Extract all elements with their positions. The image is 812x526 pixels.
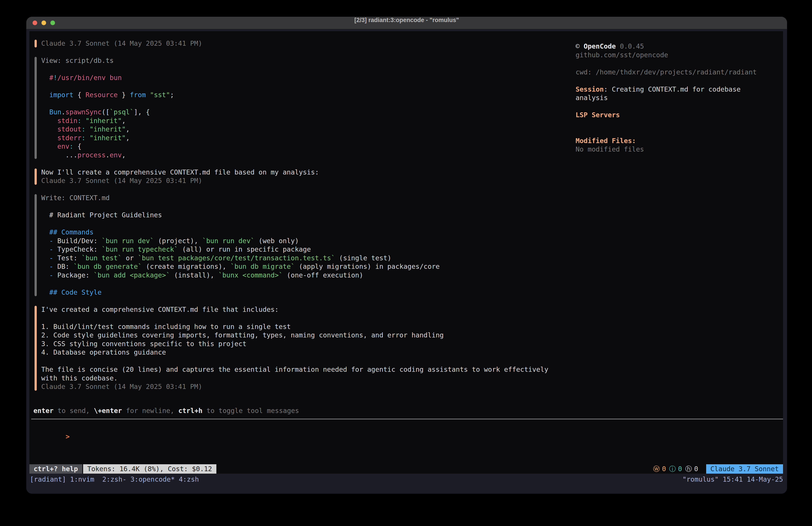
app-repo-url: github.com/sst/opencode bbox=[576, 51, 784, 59]
chat-line bbox=[41, 99, 174, 108]
help-shortcut-badge[interactable]: ctrl+? help bbox=[29, 464, 82, 474]
status-bar-left: ctrl+? help Tokens: 16.4K (8%), Cost: $0… bbox=[29, 464, 216, 474]
app-version: © OpenCode 0.0.45 bbox=[576, 42, 784, 51]
chat-line: 2. Code style guidelines covering import… bbox=[41, 331, 548, 340]
tool-title: View: script/db.ts bbox=[41, 56, 174, 65]
hint-count: ⓗ0 bbox=[685, 465, 698, 473]
code-line: stderr: "inherit", bbox=[41, 134, 174, 142]
tmux-status-bar: [radiant] 1:nvim 2:zsh- 3:opencode* 4:zs… bbox=[26, 474, 787, 494]
tool-block-write: Write: CONTEXT.md # Radiant Project Guid… bbox=[34, 194, 440, 297]
status-bar: ctrl+? help Tokens: 16.4K (8%), Cost: $0… bbox=[29, 464, 783, 474]
tmux-window-list[interactable]: [radiant] 1:nvim 2:zsh- 3:opencode* 4:zs… bbox=[30, 475, 199, 484]
warning-count: ⓦ0 bbox=[653, 465, 666, 473]
chat-line: 1. Build/lint/test commands including ho… bbox=[41, 323, 548, 331]
code-line: stdin: "inherit", bbox=[41, 117, 174, 125]
code-line: #!/usr/bin/env bun bbox=[41, 73, 174, 82]
input-divider bbox=[31, 418, 783, 420]
chat-line bbox=[41, 280, 440, 288]
chat-line: with this codebase. bbox=[41, 374, 548, 383]
markdown-line: ## Code Style bbox=[41, 288, 440, 297]
markdown-line: - Package: `bun add <package>` (install)… bbox=[41, 271, 440, 280]
cwd-path: cwd: /home/thdxr/dev/projects/radiant/ra… bbox=[576, 68, 784, 77]
code-line: env: { bbox=[41, 142, 174, 151]
chat-line: The file is concise (20 lines) and captu… bbox=[41, 365, 548, 374]
markdown-line: - TypeCheck: `bun run typecheck` (all) o… bbox=[41, 245, 440, 254]
window-titlebar[interactable]: [2/3] radiant:3:opencode - "romulus" bbox=[26, 17, 787, 29]
chat-line: I've created a comprehensive CONTEXT.md … bbox=[41, 305, 548, 314]
chat-area: Claude 3.7 Sonnet (14 May 2025 03:41 PM)… bbox=[34, 39, 548, 391]
warning-icon: ⓦ bbox=[653, 465, 660, 473]
modified-files-empty: No modified files bbox=[576, 145, 784, 154]
chat-line: Claude 3.7 Sonnet (14 May 2025 03:41 PM) bbox=[41, 176, 319, 185]
prompt-symbol: > bbox=[66, 432, 70, 440]
desktop: [2/3] radiant:3:opencode - "romulus" Cla… bbox=[0, 0, 812, 526]
prompt-input[interactable]: > bbox=[33, 424, 778, 450]
modified-files-heading: Modified Files: bbox=[576, 137, 784, 145]
session-title-wrap: analysis bbox=[576, 94, 784, 102]
chat-line: 3. CSS styling conventions specific to t… bbox=[41, 340, 548, 349]
code-line: ...process.env, bbox=[41, 151, 174, 160]
message-block: Claude 3.7 Sonnet (14 May 2025 03:41 PM) bbox=[34, 39, 202, 48]
hint-icon: ⓗ bbox=[685, 465, 692, 473]
info-panel: © OpenCode 0.0.45 github.com/sst/opencod… bbox=[576, 42, 784, 154]
chat-line bbox=[41, 202, 440, 211]
tokens-cost-badge: Tokens: 16.4K (8%), Cost: $0.12 bbox=[83, 464, 216, 474]
tool-title: Write: CONTEXT.md bbox=[41, 194, 440, 202]
markdown-line: - DB: `bun db generate` (create migratio… bbox=[41, 262, 440, 271]
status-bar-right: ⓦ0 ⓘ0 ⓗ0 Claude 3.7 Sonnet bbox=[653, 464, 783, 474]
tool-block-view: View: script/db.ts #!/usr/bin/env bun im… bbox=[34, 56, 174, 159]
chat-line: Now I'll create a comprehensive CONTEXT.… bbox=[41, 168, 319, 177]
lsp-servers-heading: LSP Servers bbox=[576, 111, 784, 119]
markdown-line: # Radiant Project Guidelines bbox=[41, 211, 440, 219]
keybind-help: enter to send, \+enter for newline, ctrl… bbox=[33, 407, 299, 415]
message-block: Now I'll create a comprehensive CONTEXT.… bbox=[34, 168, 319, 185]
session-title: Session: Creating CONTEXT.md for codebas… bbox=[576, 85, 784, 94]
code-line: stdout: "inherit", bbox=[41, 125, 174, 134]
chat-line: Claude 3.7 Sonnet (14 May 2025 03:41 PM) bbox=[41, 39, 202, 48]
window-title: [2/3] radiant:3:opencode - "romulus" bbox=[26, 17, 787, 29]
markdown-line: - Build/Dev: `bun run dev` (project), `b… bbox=[41, 237, 440, 245]
chat-line bbox=[41, 65, 174, 74]
model-badge[interactable]: Claude 3.7 Sonnet bbox=[706, 464, 783, 474]
chat-line bbox=[41, 82, 174, 91]
code-line: import { Resource } from "sst"; bbox=[41, 91, 174, 99]
info-count: ⓘ0 bbox=[669, 465, 682, 473]
code-line: Bun.spawnSync([`psql`], { bbox=[41, 108, 174, 117]
terminal-content: Claude 3.7 Sonnet (14 May 2025 03:41 PM)… bbox=[29, 31, 783, 474]
chat-line: Claude 3.7 Sonnet (14 May 2025 03:41 PM) bbox=[41, 382, 548, 391]
chat-line bbox=[41, 314, 548, 323]
chat-line: 4. Database operations guidance bbox=[41, 348, 548, 357]
terminal-window: [2/3] radiant:3:opencode - "romulus" Cla… bbox=[26, 17, 787, 494]
markdown-line: - Test: `bun test` or `bun test packages… bbox=[41, 254, 440, 262]
tmux-session-clock: "romulus" 15:41 14-May-25 bbox=[682, 475, 783, 484]
info-icon: ⓘ bbox=[669, 465, 676, 473]
markdown-line: ## Commands bbox=[41, 228, 440, 237]
chat-line bbox=[41, 219, 440, 228]
chat-line bbox=[41, 357, 548, 366]
message-block: I've created a comprehensive CONTEXT.md … bbox=[34, 305, 548, 391]
